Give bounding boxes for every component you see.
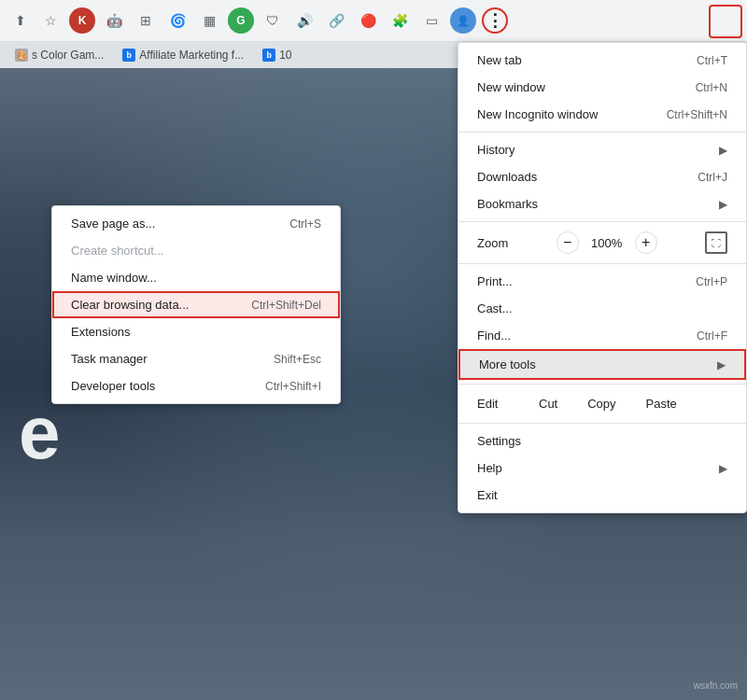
- menu-bookmarks-label: Bookmarks: [477, 197, 538, 211]
- menu-downloads-label: Downloads: [477, 170, 537, 184]
- menu-print[interactable]: Print... Ctrl+P: [458, 268, 746, 295]
- submenu-clear-browsing-label: Clear browsing data...: [71, 298, 189, 312]
- browser-chrome: ⬆ ☆ K 🤖 ⊞ 🌀 ▦ G 🛡 🔊 🔗 🔴 🧩 ▭ 👤 ⋮: [0, 0, 747, 42]
- menu-cast[interactable]: Cast...: [458, 295, 746, 322]
- menu-more-tools-label: More tools: [479, 357, 536, 371]
- share-icon[interactable]: ⬆: [7, 7, 34, 34]
- more-tools-submenu: Save page as... Ctrl+S Create shortcut..…: [51, 205, 341, 404]
- submenu-save-page-shortcut: Ctrl+S: [289, 217, 321, 231]
- tab-10[interactable]: b 10: [255, 49, 299, 62]
- paste-button[interactable]: Paste: [631, 392, 692, 415]
- extension-sound-icon[interactable]: 🔊: [291, 7, 317, 34]
- separator-3: [458, 263, 746, 264]
- submenu-developer-tools-shortcut: Ctrl+Shift+I: [265, 380, 321, 393]
- menu-new-window-label: New window: [477, 80, 545, 94]
- menu-new-window[interactable]: New window Ctrl+N: [458, 74, 746, 101]
- menu-find[interactable]: Find... Ctrl+F: [458, 322, 746, 349]
- zoom-level-display: 100%: [590, 236, 624, 250]
- menu-settings[interactable]: Settings: [458, 427, 746, 455]
- menu-more-tools[interactable]: More tools ▶: [458, 349, 746, 380]
- zoom-minus-button[interactable]: −: [557, 231, 579, 254]
- tab-affiliate[interactable]: b Affiliate Marketing f...: [115, 49, 251, 62]
- submenu-create-shortcut-label: Create shortcut...: [71, 244, 164, 258]
- tab-label-3: 10: [279, 49, 291, 62]
- zoom-label: Zoom: [477, 236, 508, 250]
- extension-link-icon[interactable]: 🔗: [323, 7, 349, 34]
- separator-1: [458, 132, 746, 133]
- bookmarks-arrow-icon: ▶: [719, 198, 727, 211]
- menu-new-incognito-label: New Incognito window: [477, 107, 598, 121]
- menu-history[interactable]: History ▶: [458, 136, 746, 163]
- separator-4: [458, 384, 746, 385]
- tab-favicon-1: 🎨: [15, 49, 28, 62]
- separator-2: [458, 221, 746, 222]
- menu-print-label: Print...: [477, 274, 513, 288]
- menu-help-label: Help: [477, 461, 502, 475]
- tab-favicon-3: b: [262, 49, 275, 62]
- submenu-task-manager[interactable]: Task manager Shift+Esc: [52, 345, 340, 372]
- menu-bookmarks[interactable]: Bookmarks ▶: [458, 190, 746, 217]
- separator-5: [458, 423, 746, 424]
- three-dot-menu-button[interactable]: ⋮: [482, 7, 508, 34]
- menu-new-tab[interactable]: New tab Ctrl+T: [458, 47, 746, 74]
- submenu-extensions-label: Extensions: [71, 325, 131, 339]
- tab-color-gam[interactable]: 🎨 s Color Gam...: [7, 49, 111, 62]
- menu-new-tab-label: New tab: [477, 53, 522, 67]
- menu-downloads-shortcut: Ctrl+J: [698, 171, 727, 184]
- watermark: wsxfn.com: [694, 680, 738, 691]
- menu-downloads[interactable]: Downloads Ctrl+J: [458, 163, 746, 190]
- extension-k-icon[interactable]: K: [69, 7, 95, 34]
- extension-bars-icon[interactable]: ▦: [196, 7, 222, 34]
- submenu-task-manager-label: Task manager: [71, 352, 148, 366]
- menu-settings-label: Settings: [477, 434, 521, 448]
- edit-row: Edit Cut Copy Paste: [458, 388, 746, 419]
- history-arrow-icon: ▶: [719, 144, 727, 157]
- nav-icons: ⬆ ☆: [7, 7, 63, 34]
- tab-label-2: Affiliate Marketing f...: [139, 49, 244, 62]
- chrome-context-menu: New tab Ctrl+T New window Ctrl+N New Inc…: [458, 42, 747, 513]
- submenu-clear-browsing-shortcut: Ctrl+Shift+Del: [251, 299, 321, 312]
- copy-button[interactable]: Copy: [572, 392, 630, 415]
- menu-help[interactable]: Help ▶: [458, 455, 746, 482]
- submenu-developer-tools[interactable]: Developer tools Ctrl+Shift+I: [52, 372, 340, 399]
- submenu-save-page[interactable]: Save page as... Ctrl+S: [52, 210, 340, 237]
- fullscreen-button[interactable]: ⛶: [705, 231, 727, 254]
- edit-label: Edit: [477, 397, 524, 411]
- menu-new-tab-shortcut: Ctrl+T: [697, 54, 727, 67]
- submenu-clear-browsing[interactable]: Clear browsing data... Ctrl+Shift+Del: [52, 291, 340, 318]
- submenu-create-shortcut[interactable]: Create shortcut...: [52, 237, 340, 264]
- star-icon[interactable]: ☆: [37, 7, 63, 34]
- submenu-extensions[interactable]: Extensions: [52, 318, 340, 345]
- extension-g-icon[interactable]: G: [228, 7, 254, 34]
- menu-print-shortcut: Ctrl+P: [696, 275, 727, 288]
- menu-new-incognito-shortcut: Ctrl+Shift+N: [667, 108, 727, 121]
- more-tools-arrow-icon: ▶: [717, 358, 726, 371]
- extension-puzzle-icon[interactable]: 🧩: [387, 7, 413, 34]
- menu-find-shortcut: Ctrl+F: [697, 329, 727, 343]
- menu-cast-label: Cast...: [477, 301, 513, 315]
- profile-avatar[interactable]: 👤: [450, 7, 476, 34]
- menu-new-incognito[interactable]: New Incognito window Ctrl+Shift+N: [458, 101, 746, 128]
- submenu-name-window-label: Name window...: [71, 271, 157, 285]
- extension-robot-icon[interactable]: 🤖: [101, 7, 127, 34]
- menu-exit[interactable]: Exit: [458, 482, 746, 509]
- extension-red-icon[interactable]: 🔴: [355, 7, 381, 34]
- help-arrow-icon: ▶: [719, 462, 727, 475]
- cut-button[interactable]: Cut: [524, 392, 572, 415]
- extension-shield-icon[interactable]: 🛡: [260, 7, 286, 34]
- extension-sidebar-icon[interactable]: ▭: [418, 7, 444, 34]
- extension-fire-icon[interactable]: 🌀: [164, 7, 190, 34]
- menu-exit-label: Exit: [477, 488, 498, 502]
- extension-grid-icon[interactable]: ⊞: [133, 7, 159, 34]
- submenu-name-window[interactable]: Name window...: [52, 264, 340, 291]
- zoom-row: Zoom − 100% + ⛶: [458, 226, 746, 259]
- zoom-plus-button[interactable]: +: [635, 231, 657, 254]
- tab-favicon-2: b: [122, 49, 135, 62]
- submenu-save-page-label: Save page as...: [71, 217, 155, 231]
- menu-find-label: Find...: [477, 329, 511, 343]
- submenu-task-manager-shortcut: Shift+Esc: [274, 353, 321, 366]
- tab-label-1: s Color Gam...: [32, 49, 104, 62]
- menu-history-label: History: [477, 143, 514, 157]
- menu-new-window-shortcut: Ctrl+N: [696, 81, 727, 94]
- submenu-developer-tools-label: Developer tools: [71, 379, 155, 393]
